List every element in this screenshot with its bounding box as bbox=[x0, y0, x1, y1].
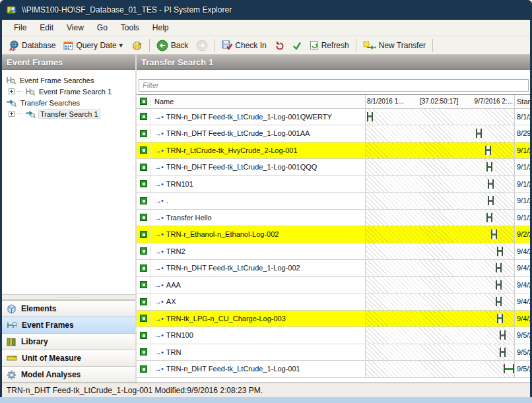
title-bar[interactable]: \\PIMS100-HO\SF_Database_01_TES - PI Sys… bbox=[0, 0, 532, 20]
table-row[interactable]: →•TRN1009/5/2 bbox=[137, 327, 530, 344]
tree-item-transfer-searches[interactable]: Transfer Searches bbox=[3, 97, 134, 108]
gantt-marker[interactable] bbox=[504, 364, 514, 373]
row-name-cell: →•Transfer Hello bbox=[151, 210, 366, 226]
database-button[interactable]: AF Database bbox=[5, 39, 59, 52]
nav-item-unit-of-measure[interactable]: Unit of Measure bbox=[2, 350, 135, 366]
check-in-label: Check In bbox=[235, 41, 266, 50]
row-type-cell bbox=[137, 210, 151, 226]
menu-view[interactable]: View bbox=[60, 20, 90, 35]
row-type-cell bbox=[137, 361, 151, 377]
transfer-arrow-icon: →• bbox=[154, 214, 163, 222]
row-start-cell: 9/4/2 bbox=[515, 311, 530, 327]
gear-icon bbox=[7, 370, 17, 380]
nav-item-elements[interactable]: Elements bbox=[2, 300, 135, 317]
query-date-button[interactable]: Query Date ▼ bbox=[60, 40, 127, 51]
name-column-label: Name bbox=[154, 98, 174, 106]
window-title: \\PIMS100-HO\SF_Database_01_TES - PI Sys… bbox=[22, 5, 232, 15]
table-header-row[interactable]: Name 8/1/2016 1... [37.02:50:17] 9/7/201… bbox=[137, 95, 530, 109]
filter-row bbox=[139, 78, 529, 92]
gantt-marker-bar bbox=[501, 351, 504, 353]
expand-icon[interactable] bbox=[9, 111, 15, 117]
type-column-header[interactable] bbox=[137, 95, 151, 108]
table-row[interactable]: →•TRN-n_DHT Feed-tk_LtCrude_1-Log-001QQQ… bbox=[137, 159, 530, 176]
table-row[interactable]: →•TRN9/5/2 bbox=[137, 344, 530, 361]
tree-item-event-frame-searches[interactable]: Event Frame Searches bbox=[3, 75, 134, 86]
transfer-type-icon bbox=[140, 348, 147, 356]
nav-item-model-analyses[interactable]: Model Analyses bbox=[2, 366, 135, 383]
back-button[interactable]: Back bbox=[153, 38, 192, 53]
menu-file[interactable]: File bbox=[7, 20, 33, 35]
check-in-button[interactable]: Check In bbox=[218, 39, 269, 51]
forward-button[interactable] bbox=[193, 38, 211, 53]
table-row[interactable]: →•TRN-n_DHT Feed-tk_LtCrude_1-Log-001AA8… bbox=[137, 125, 530, 142]
nav-item-label: Model Analyses bbox=[21, 370, 81, 379]
name-column-header[interactable]: Name bbox=[151, 95, 366, 108]
row-start-cell: 9/5/2 bbox=[515, 361, 530, 377]
refresh-button[interactable]: Refresh bbox=[306, 39, 352, 51]
transfer-arrow-icon: →• bbox=[154, 331, 163, 339]
table-row[interactable]: →•TRN-n_DHT Feed-tk_LtCrude_1-Log-0029/4… bbox=[137, 260, 530, 277]
table-row[interactable]: →•Transfer Hello9/1/2 bbox=[137, 210, 530, 227]
tree-item-transfer-search-1[interactable]: Transfer Search 1 bbox=[3, 108, 134, 119]
timeline-duration-label: [37.02:50:17] bbox=[420, 98, 458, 105]
transfer-type-icon bbox=[140, 113, 147, 120]
gantt-marker[interactable] bbox=[496, 280, 502, 290]
gantt-marker[interactable] bbox=[476, 129, 482, 138]
undo-checkout-button[interactable] bbox=[271, 39, 288, 51]
menu-tools[interactable]: Tools bbox=[114, 20, 146, 35]
table-row[interactable]: →•TRN29/4/2 bbox=[137, 243, 530, 261]
gantt-marker[interactable] bbox=[367, 112, 373, 121]
gantt-marker[interactable] bbox=[486, 213, 492, 222]
gantt-marker-bar bbox=[497, 284, 500, 286]
gantt-marker-bar bbox=[497, 301, 500, 303]
gantt-marker[interactable] bbox=[485, 146, 491, 155]
new-transfer-button[interactable]: New Transfer bbox=[360, 40, 429, 51]
gantt-marker[interactable] bbox=[500, 330, 506, 340]
transfer-type-icon bbox=[140, 298, 147, 305]
table-row[interactable]: →•TRN-n_DHT Feed-tk_LtCrude_1-Log-001QWE… bbox=[137, 109, 530, 126]
tree-item-event-frame-search-1[interactable]: Event Frame Search 1 bbox=[3, 86, 134, 97]
gantt-marker[interactable] bbox=[496, 297, 502, 306]
timeline-column-header[interactable]: 8/1/2016 1... [37.02:50:17] 9/7/2016 2:.… bbox=[366, 95, 515, 108]
gantt-marker[interactable] bbox=[486, 162, 492, 171]
table-row[interactable]: →•TRN-r_Ethanol-n_Ethanol-Log-0029/2/2 bbox=[137, 226, 530, 243]
gantt-marker[interactable] bbox=[497, 314, 503, 323]
table-row[interactable]: →•TRN-r_LtCrude-tk_HvyCrude_2-Log-0019/1… bbox=[137, 142, 530, 160]
table-row[interactable]: →•TRN1019/1/2 bbox=[137, 176, 530, 193]
transfer-arrow-icon: →• bbox=[154, 281, 163, 289]
filter-input[interactable] bbox=[139, 79, 529, 92]
table-row[interactable]: →•AX9/4/2 bbox=[137, 294, 530, 311]
menu-edit[interactable]: Edit bbox=[33, 20, 60, 35]
row-type-cell bbox=[137, 243, 151, 260]
row-timeline-cell bbox=[366, 243, 515, 260]
gantt-marker[interactable] bbox=[488, 196, 494, 205]
pi-system-explorer-window: \\PIMS100-HO\SF_Database_01_TES - PI Sys… bbox=[0, 0, 532, 403]
apply-button[interactable] bbox=[289, 40, 305, 51]
transfer-name: TRN101 bbox=[166, 180, 193, 188]
nav-item-library[interactable]: Library bbox=[2, 333, 135, 350]
menu-help[interactable]: Help bbox=[146, 20, 176, 35]
table-row[interactable]: →•.9/1/2 bbox=[137, 193, 530, 210]
gantt-marker[interactable] bbox=[500, 348, 506, 357]
table-row[interactable]: →•TRN-tk_LPG-n_CU_Charge-Log-0039/4/2 bbox=[137, 311, 530, 328]
transfer-arrow-icon: →• bbox=[154, 297, 163, 305]
row-start-cell: 9/1/2 bbox=[515, 210, 530, 226]
panel-splitter[interactable]: ········· bbox=[2, 294, 135, 300]
start-column-header[interactable]: Start T bbox=[515, 95, 530, 108]
transfer-type-icon bbox=[140, 281, 147, 288]
menu-go[interactable]: Go bbox=[90, 20, 114, 35]
row-start-cell: 8/29/ bbox=[515, 125, 530, 142]
row-timeline-cell bbox=[366, 125, 515, 142]
gantt-marker[interactable] bbox=[491, 230, 497, 239]
table-row[interactable]: →•TRN-n_DHT Feed-tk_LtCrude_1-Log-0019/5… bbox=[137, 361, 530, 378]
table-row[interactable]: →•AAA9/4/2 bbox=[137, 277, 530, 294]
gantt-marker[interactable] bbox=[496, 263, 502, 272]
content-area: Event Frames Event Frame SearchesEvent F… bbox=[2, 55, 530, 383]
nav-item-event-frames[interactable]: Event Frames bbox=[2, 317, 135, 333]
chevron-down-icon[interactable]: ▼ bbox=[118, 42, 124, 49]
gantt-marker[interactable] bbox=[497, 247, 503, 256]
row-name-cell: →•TRN-r_Ethanol-n_Ethanol-Log-002 bbox=[151, 226, 366, 243]
expand-icon[interactable] bbox=[9, 88, 15, 94]
time-context-button[interactable] bbox=[129, 39, 146, 52]
gantt-marker[interactable] bbox=[488, 179, 494, 189]
